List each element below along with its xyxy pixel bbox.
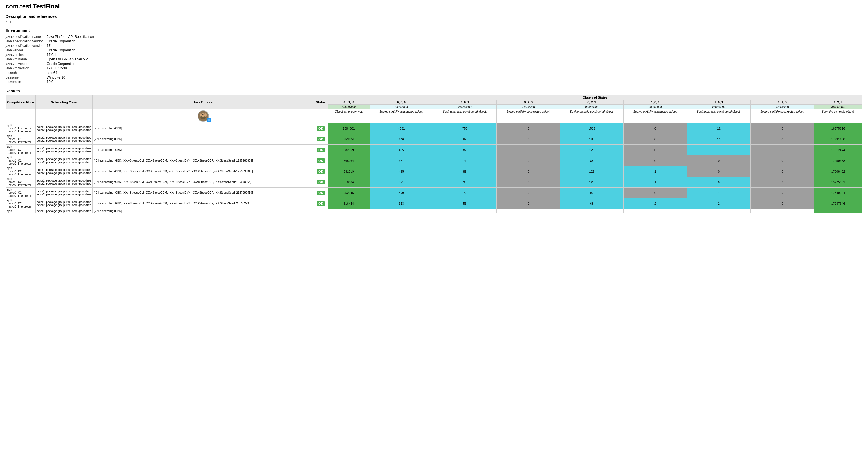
- observed-col-header: -1, -1, -1: [328, 100, 370, 105]
- env-value: Oracle Corporation: [46, 48, 97, 53]
- observed-value-cell: 0: [750, 145, 814, 155]
- page-title: com.test.TestFinal: [6, 3, 862, 10]
- scheduling-cell: actor1: package group free, core group f…: [36, 198, 93, 209]
- status-cell: OK: [314, 155, 328, 166]
- observed-value-cell: 120: [560, 177, 624, 188]
- observed-value-cell: 552545: [328, 188, 370, 198]
- observed-value-cell: [814, 209, 862, 214]
- observed-col-header: 1, 0, 3: [687, 100, 750, 105]
- observed-value-cell: 0: [750, 177, 814, 188]
- observed-type-header: Interesting: [750, 105, 814, 109]
- observed-value-cell: [433, 209, 497, 214]
- observed-value-cell: 1523: [560, 123, 624, 134]
- status-cell: OK: [314, 134, 328, 145]
- env-key: java.vm.name: [6, 57, 46, 62]
- observed-value-cell: 17440534: [814, 188, 862, 198]
- compilation-cell: split actor1: C2 actor2: Interpreter: [6, 166, 36, 177]
- java-options-cell: [-Dfile.encoding=GBK]: [92, 209, 314, 214]
- observed-value-cell: 122: [560, 166, 624, 177]
- env-row: java.vm.vendorOracle Corporation: [6, 62, 97, 66]
- status-cell: OK: [314, 198, 328, 209]
- avatar-row: 英 Object is not seen yet.Seeing partiall…: [6, 109, 862, 123]
- status-cell: OK: [314, 177, 328, 188]
- env-row: java.vm.nameOpenJDK 64-Bit Server VM: [6, 57, 97, 62]
- observed-desc-cell: Object is not seen yet.: [328, 109, 370, 123]
- observed-value-cell: 71: [433, 155, 497, 166]
- env-value: Java Platform API Specification: [46, 34, 97, 39]
- observed-value-cell: 516444: [328, 198, 370, 209]
- scheduling-cell: actor1: package group free, core group f…: [36, 166, 93, 177]
- compilation-cell: split actor1: C2 actor2: Interpreter: [6, 198, 36, 209]
- env-row: java.specification.version17: [6, 43, 97, 48]
- observed-type-header: Acceptable: [328, 105, 370, 109]
- observed-value-cell: 387: [370, 155, 433, 166]
- observed-value-cell: 531019: [328, 166, 370, 177]
- col-header-compilation: Compilation Mode: [6, 95, 36, 109]
- observed-value-cell: 0: [624, 123, 687, 134]
- observed-value-cell: 89: [433, 166, 497, 177]
- observed-value-cell: 15775081: [814, 177, 862, 188]
- observed-value-cell: 0: [687, 166, 750, 177]
- observed-value-cell: 313: [370, 198, 433, 209]
- observed-value-cell: 17231680: [814, 134, 862, 145]
- observed-value-cell: 97: [560, 188, 624, 198]
- observed-col-header: 0, 2, 0: [496, 100, 560, 105]
- observed-value-cell: 7: [687, 145, 750, 155]
- status-cell: [314, 209, 328, 214]
- observed-value-cell: 17937646: [814, 198, 862, 209]
- observed-value-cell: 495: [370, 166, 433, 177]
- compilation-cell: split actor1: C2 actor2: Interpreter: [6, 155, 36, 166]
- observed-value-cell: 0: [624, 188, 687, 198]
- env-value: Oracle Corporation: [46, 39, 97, 43]
- table-row: split actor1: C2 actor2: Interpreteracto…: [6, 188, 862, 198]
- observed-value-cell: [560, 209, 624, 214]
- observed-value-cell: 582359: [328, 145, 370, 155]
- compilation-cell: split actor1: Interpreter actor2: Interp…: [6, 123, 36, 134]
- observed-value-cell: [687, 209, 750, 214]
- scheduling-cell: actor1: package group free, core group f…: [36, 134, 93, 145]
- observed-value-cell: [496, 209, 560, 214]
- col-header-observed-states: Observed States: [328, 95, 862, 100]
- col-header-java-options: Java Options: [92, 95, 314, 109]
- observed-value-cell: 0: [624, 155, 687, 166]
- description-heading: Description and references: [6, 14, 862, 19]
- observed-value-cell: 1: [624, 166, 687, 177]
- compilation-cell: split actor1: C2 actor2: Interpreter: [6, 145, 36, 155]
- env-key: java.vm.vendor: [6, 62, 46, 66]
- observed-value-cell: [328, 209, 370, 214]
- env-key: java.vendor: [6, 48, 46, 53]
- observed-value-cell: [750, 209, 814, 214]
- observed-value-cell: 0: [624, 134, 687, 145]
- observed-value-cell: 853274: [328, 134, 370, 145]
- observed-value-cell: 95: [433, 177, 497, 188]
- env-value: OpenJDK 64-Bit Server VM: [46, 57, 97, 62]
- env-value: 17.0.1+12-39: [46, 66, 97, 71]
- observed-col-header: 1, 2, 0: [750, 100, 814, 105]
- svg-point-5: [200, 113, 202, 117]
- table-row: split actor1: C2 actor2: Interpreteracto…: [6, 198, 862, 209]
- env-row: os.archamd64: [6, 71, 97, 75]
- table-row: split actor1: C1 actor2: Interpreteracto…: [6, 134, 862, 145]
- env-value: Oracle Corporation: [46, 62, 97, 66]
- observed-value-cell: 565064: [328, 155, 370, 166]
- observed-value-cell: 0: [750, 134, 814, 145]
- java-options-cell: [-Dfile.encoding=GBK]: [92, 123, 314, 134]
- env-key: java.specification.name: [6, 34, 46, 39]
- observed-value-cell: 0: [496, 188, 560, 198]
- env-key: os.version: [6, 80, 46, 84]
- observed-value-cell: 17950358: [814, 155, 862, 166]
- status-cell: OK: [314, 123, 328, 134]
- compilation-cell: split actor1: C2 actor2: Interpreter: [6, 188, 36, 198]
- col-header-status: Status: [314, 95, 328, 109]
- env-key: java.specification.version: [6, 43, 46, 48]
- observed-value-cell: 0: [750, 198, 814, 209]
- observed-value-cell: 0: [496, 155, 560, 166]
- observed-value-cell: 521: [370, 177, 433, 188]
- environment-table: java.specification.nameJava Platform API…: [6, 34, 97, 84]
- observed-desc-cell: Seeing partially constructed object.: [433, 109, 497, 123]
- observed-value-cell: 17308402: [814, 166, 862, 177]
- env-row: java.vm.version17.0.1+12-39: [6, 66, 97, 71]
- observed-type-header: Interesting: [370, 105, 433, 109]
- observed-desc-cell: Seeing partially constructed object.: [496, 109, 560, 123]
- observed-value-cell: 4381: [370, 123, 433, 134]
